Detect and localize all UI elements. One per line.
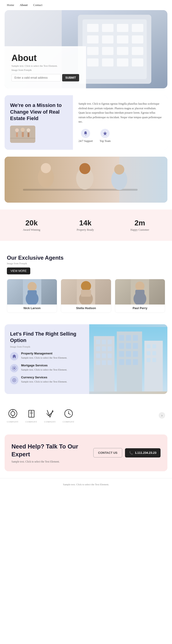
- agent-photo-nick: [7, 279, 57, 304]
- svg-rect-5: [132, 24, 143, 32]
- logo-check-icon: [45, 408, 55, 418]
- nav-home[interactable]: Home: [7, 3, 14, 7]
- svg-rect-73: [133, 351, 138, 357]
- svg-rect-54: [107, 340, 112, 344]
- svg-rect-39: [27, 290, 37, 297]
- feature-team: Top Team: [100, 129, 111, 143]
- svg-point-85: [11, 412, 15, 416]
- footer: Sample text. Click to select the Text El…: [0, 478, 172, 490]
- svg-rect-55: [96, 346, 100, 351]
- agents-title: Our Exclusive Agents: [7, 254, 165, 261]
- svg-rect-66: [126, 335, 131, 341]
- nav-about[interactable]: About: [20, 3, 28, 7]
- mission-left: We're on a Mission to Change View of Rea…: [4, 95, 73, 150]
- stat-customer-number: 2m: [130, 219, 149, 227]
- svg-rect-24: [27, 132, 29, 137]
- svg-rect-80: [147, 351, 151, 355]
- meeting-svg: [4, 157, 168, 203]
- service-mortgage-desc: Sample text. Click to select the Text El…: [21, 368, 67, 372]
- logo-label-1: COMPANY: [7, 421, 19, 423]
- nav-contact[interactable]: Contact: [33, 3, 42, 7]
- mortgage-icon: [10, 364, 18, 372]
- stat-award-label: Award Winning: [23, 228, 40, 232]
- svg-rect-60: [107, 353, 112, 358]
- stats-section: 20k Award Winning 14k Property Ready 2m …: [0, 210, 172, 241]
- phone-icon: 📞: [129, 451, 133, 455]
- service-property-desc: Sample text. Click to select the Text El…: [21, 356, 67, 360]
- logo-item-3: COMPANY: [44, 408, 56, 423]
- svg-rect-67: [133, 335, 138, 341]
- svg-rect-76: [133, 359, 138, 365]
- help-title: Need Help? Talk To Our Expert: [11, 443, 89, 458]
- currency-icon-svg: [12, 378, 16, 382]
- email-form: SUBMIT: [11, 74, 79, 82]
- svg-rect-15: [102, 58, 113, 66]
- logo-label-4: COMPANY: [63, 421, 75, 423]
- agent-name-stella: Stella Hudson: [61, 304, 111, 310]
- stat-award-number: 20k: [23, 219, 40, 227]
- logo-book-icon: [26, 408, 36, 418]
- svg-rect-61: [96, 360, 100, 365]
- help-buttons: CONTACT US 📞 1.111.234.23.23: [93, 448, 161, 458]
- stat-property: 14k Property Ready: [77, 219, 94, 232]
- email-input[interactable]: [11, 74, 61, 82]
- svg-rect-14: [87, 58, 98, 66]
- logos-section: COMPANY COMPANY: [0, 401, 172, 430]
- mission-features: 24/7 Support Top Team: [79, 129, 162, 143]
- hero-content: About Sample text. Click to select the T…: [4, 46, 86, 88]
- selling-right: [89, 324, 168, 394]
- help-left: Need Help? Talk To Our Expert Sample tex…: [11, 443, 89, 463]
- selling-section: Let's Find The Right Selling Option Imag…: [4, 324, 168, 394]
- agent-image: [10, 126, 35, 143]
- svg-rect-57: [107, 346, 112, 351]
- contact-us-button[interactable]: CONTACT US: [93, 448, 122, 458]
- wide-image-section: [4, 157, 168, 203]
- svg-point-97: [68, 413, 69, 414]
- mission-right: Sample text. Click to Egestas egestas fr…: [73, 95, 168, 150]
- agent-name-nick: Nick Larson: [7, 304, 57, 310]
- svg-rect-56: [102, 346, 106, 351]
- support-label: 24/7 Support: [79, 140, 93, 143]
- service-currency-desc: Sample text. Click to select the Text El…: [21, 380, 67, 384]
- phone-button[interactable]: 📞 1.111.234.23.23: [125, 448, 161, 458]
- agents-grid: Nick Larson Stella Hudson: [7, 279, 165, 313]
- svg-point-37: [27, 282, 37, 291]
- svg-rect-13: [132, 47, 143, 55]
- service-mortgage: Mortgage Services Sample text. Click to …: [10, 364, 84, 372]
- help-description: Sample text. Click to select the Text El…: [11, 460, 89, 463]
- agent-card-stella: Stella Hudson: [61, 279, 111, 313]
- svg-rect-71: [119, 351, 124, 357]
- svg-rect-2: [87, 24, 98, 32]
- svg-rect-82: [147, 358, 151, 362]
- svg-rect-11: [102, 47, 113, 55]
- svg-rect-9: [132, 36, 143, 44]
- submit-button[interactable]: SUBMIT: [62, 74, 79, 82]
- logo-item-4: COMPANY: [63, 408, 75, 423]
- agent-photo-stella: [61, 279, 111, 304]
- svg-rect-17: [132, 58, 143, 66]
- svg-point-48: [13, 368, 15, 369]
- svg-rect-43: [81, 290, 91, 297]
- stat-property-number: 14k: [77, 219, 94, 227]
- svg-rect-3: [102, 24, 113, 32]
- stat-customer-label: Happy Customer: [130, 228, 149, 232]
- svg-rect-10: [87, 47, 98, 55]
- svg-rect-59: [102, 353, 106, 358]
- svg-rect-69: [126, 343, 131, 349]
- agent-nick-illustration: [23, 279, 41, 304]
- svg-rect-52: [96, 340, 100, 344]
- service-currency-content: Currency Services Sample text. Click to …: [21, 376, 67, 384]
- selling-left: Let's Find The Right Selling Option Imag…: [4, 324, 89, 394]
- logo-icon-1: [7, 408, 19, 419]
- agent-paul-illustration: [131, 279, 149, 304]
- help-section: Need Help? Talk To Our Expert Sample tex…: [4, 434, 168, 471]
- svg-rect-8: [117, 36, 128, 44]
- agent-name-paul: Paul Perry: [115, 304, 165, 310]
- stat-award: 20k Award Winning: [23, 219, 40, 232]
- svg-rect-75: [126, 359, 131, 365]
- view-more-button[interactable]: VIEW MORE: [7, 268, 30, 274]
- svg-rect-58: [96, 353, 100, 358]
- logo-icon-3: [44, 408, 56, 419]
- logos-next-button[interactable]: ›: [159, 412, 165, 418]
- stat-property-label: Property Ready: [77, 228, 94, 232]
